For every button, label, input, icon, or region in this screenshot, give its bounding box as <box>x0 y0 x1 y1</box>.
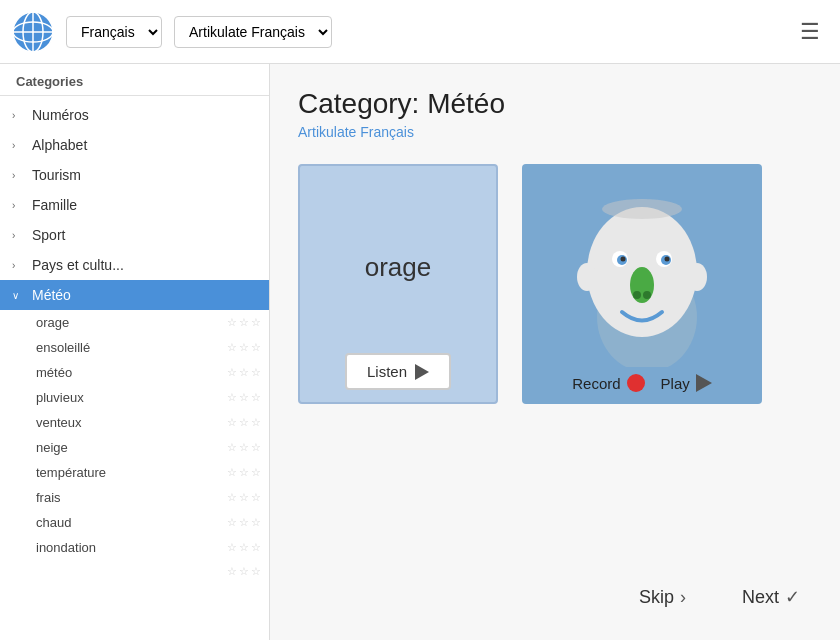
face-card: Record Play <box>522 164 762 404</box>
next-label: Next <box>742 587 779 608</box>
star-rating: ☆☆☆ <box>227 466 261 479</box>
chevron-right-icon: › <box>12 260 26 271</box>
play-button[interactable]: Play <box>661 374 712 392</box>
chevron-down-icon: ∨ <box>12 290 26 301</box>
sub-item-label: inondation <box>36 540 221 555</box>
star-rating: ☆☆☆ <box>227 316 261 329</box>
sidebar-item-label: Numéros <box>32 107 261 123</box>
play-label: Play <box>661 375 690 392</box>
record-button[interactable]: Record <box>572 374 644 392</box>
sub-item-label: chaud <box>36 515 221 530</box>
bottom-nav: Skip › Next ✓ <box>298 570 812 616</box>
record-label: Record <box>572 375 620 392</box>
pack-select[interactable]: Artikulate Français <box>174 16 332 48</box>
sidebar-item-numeros[interactable]: › Numéros <box>0 100 269 130</box>
svg-point-15 <box>665 257 670 262</box>
skip-label: Skip <box>639 587 674 608</box>
sub-item-label: météo <box>36 365 221 380</box>
star-rating: ☆☆☆ <box>227 416 261 429</box>
content-subtitle: Artikulate Français <box>298 124 812 140</box>
hamburger-button[interactable]: ☰ <box>792 15 828 49</box>
sub-item-orage[interactable]: orage ☆☆☆ <box>0 310 269 335</box>
sidebar-item-label: Météo <box>32 287 261 303</box>
sidebar-item-label: Famille <box>32 197 261 213</box>
svg-point-17 <box>633 291 641 299</box>
chevron-right-icon: › <box>12 110 26 121</box>
chevron-right-icon: › <box>12 140 26 151</box>
sub-item-label: frais <box>36 490 221 505</box>
category-prefix: Category: <box>298 88 427 119</box>
sub-item-more[interactable]: ☆☆☆ <box>0 560 269 583</box>
svg-point-16 <box>630 267 654 303</box>
sidebar-item-meteo[interactable]: ∨ Météo <box>0 280 269 310</box>
current-word: orage <box>365 182 432 353</box>
chevron-right-icon: › <box>680 587 686 608</box>
chevron-right-icon: › <box>12 230 26 241</box>
face-illustration <box>562 180 722 374</box>
chevron-right-icon: › <box>12 200 26 211</box>
listen-button[interactable]: Listen <box>345 353 451 390</box>
star-rating: ☆☆☆ <box>227 541 261 554</box>
sub-item-label: orage <box>36 315 221 330</box>
sub-item-label: venteux <box>36 415 221 430</box>
topbar: Français Artikulate Français ☰ <box>0 0 840 64</box>
sidebar-divider <box>0 95 269 96</box>
sidebar-item-label: Pays et cultu... <box>32 257 261 273</box>
language-select[interactable]: Français <box>66 16 162 48</box>
sidebar-item-pays[interactable]: › Pays et cultu... <box>0 250 269 280</box>
play-icon <box>415 364 429 380</box>
svg-point-19 <box>602 199 682 219</box>
sub-item-inondation[interactable]: inondation ☆☆☆ <box>0 535 269 560</box>
main-area: Categories › Numéros › Alphabet › Touris… <box>0 64 840 640</box>
svg-point-9 <box>687 263 707 291</box>
sub-item-venteux[interactable]: venteux ☆☆☆ <box>0 410 269 435</box>
sidebar-item-alphabet[interactable]: › Alphabet <box>0 130 269 160</box>
star-rating: ☆☆☆ <box>227 391 261 404</box>
next-button[interactable]: Next ✓ <box>730 578 812 616</box>
sub-item-chaud[interactable]: chaud ☆☆☆ <box>0 510 269 535</box>
sub-item-label: neige <box>36 440 221 455</box>
svg-point-18 <box>643 291 651 299</box>
sidebar-item-label: Alphabet <box>32 137 261 153</box>
sidebar-item-famille[interactable]: › Famille <box>0 190 269 220</box>
sub-item-neige[interactable]: neige ☆☆☆ <box>0 435 269 460</box>
star-rating: ☆☆☆ <box>227 441 261 454</box>
star-rating: ☆☆☆ <box>227 341 261 354</box>
svg-point-14 <box>621 257 626 262</box>
sub-item-label: température <box>36 465 221 480</box>
sidebar: Categories › Numéros › Alphabet › Touris… <box>0 64 270 640</box>
sub-item-temperature[interactable]: température ☆☆☆ <box>0 460 269 485</box>
skip-button[interactable]: Skip › <box>627 578 698 616</box>
star-rating: ☆☆☆ <box>227 565 261 578</box>
sub-item-label: ensoleillé <box>36 340 221 355</box>
sidebar-item-tourism[interactable]: › Tourism <box>0 160 269 190</box>
chevron-right-icon: › <box>12 170 26 181</box>
page-title: Category: Météo <box>298 88 812 120</box>
play-triangle-icon <box>696 374 712 392</box>
sub-item-ensoleille[interactable]: ensoleillé ☆☆☆ <box>0 335 269 360</box>
cards-row: orage Listen <box>298 164 812 550</box>
face-controls: Record Play <box>534 374 750 392</box>
listen-label: Listen <box>367 363 407 380</box>
sidebar-item-label: Tourism <box>32 167 261 183</box>
sidebar-item-sport[interactable]: › Sport <box>0 220 269 250</box>
star-rating: ☆☆☆ <box>227 491 261 504</box>
face-svg <box>562 187 722 367</box>
word-card: orage Listen <box>298 164 498 404</box>
star-rating: ☆☆☆ <box>227 366 261 379</box>
sidebar-item-label: Sport <box>32 227 261 243</box>
content-panel: Category: Météo Artikulate Français orag… <box>270 64 840 640</box>
sub-item-label: pluvieux <box>36 390 221 405</box>
sub-item-meteo-sub[interactable]: météo ☆☆☆ <box>0 360 269 385</box>
checkmark-icon: ✓ <box>785 586 800 608</box>
record-dot-icon <box>627 374 645 392</box>
globe-logo <box>12 11 54 53</box>
sidebar-title: Categories <box>0 64 269 95</box>
svg-point-8 <box>577 263 597 291</box>
star-rating: ☆☆☆ <box>227 516 261 529</box>
sub-item-pluvieux[interactable]: pluvieux ☆☆☆ <box>0 385 269 410</box>
category-name: Météo <box>427 88 505 119</box>
sub-item-frais[interactable]: frais ☆☆☆ <box>0 485 269 510</box>
